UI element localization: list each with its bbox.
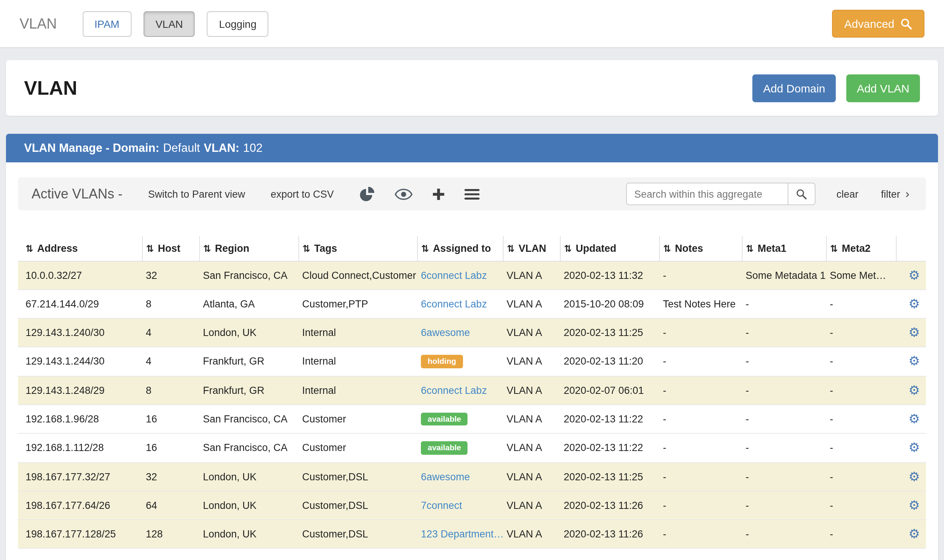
assigned-link[interactable]: 6connect Labz [421, 270, 487, 281]
meta2-cell: - [826, 290, 896, 318]
tab-ipam[interactable]: IPAM [82, 11, 131, 37]
assigned-cell: 6awesome [417, 318, 503, 347]
active-vlans-title: Active VLANs - [32, 186, 123, 202]
panel-body: Active VLANs - Switch to Parent view exp… [6, 162, 938, 560]
plus-icon[interactable] [432, 188, 445, 200]
table-row: 129.143.1.248/29 8 Frankfurt, GR Interna… [18, 376, 926, 405]
sort-icon: ⇅ [830, 243, 838, 254]
meta1-cell: - [742, 376, 826, 405]
assigned-link[interactable]: 6connect Labz [421, 298, 487, 310]
assigned-cell: 6connect Labz [417, 261, 503, 290]
assigned-link[interactable]: 123 Department… [421, 528, 503, 539]
filter-label: filter [881, 188, 900, 200]
host-cell: 4 [142, 318, 199, 347]
add-domain-button[interactable]: Add Domain [753, 74, 836, 102]
gear-icon[interactable]: ⚙ [909, 382, 920, 397]
gear-icon[interactable]: ⚙ [909, 411, 920, 426]
assigned-cell: available [417, 405, 503, 433]
advanced-search-button[interactable]: Advanced [832, 10, 924, 38]
meta2-cell: - [826, 519, 896, 548]
host-cell: 8 [142, 290, 199, 318]
meta1-cell: - [742, 290, 826, 318]
column-header-vlan[interactable]: ⇅VLAN [503, 236, 560, 261]
status-badge: holding [421, 355, 463, 368]
region-cell: London, UK [199, 462, 298, 491]
column-header-tags[interactable]: ⇅Tags [298, 236, 417, 261]
vlan-table: ⇅Address⇅Host⇅Region⇅Tags⇅Assigned to⇅VL… [18, 236, 926, 548]
table-row: 192.168.1.96/28 16 San Francisco, CA Cus… [18, 405, 926, 433]
filter-link[interactable]: filter › [881, 188, 909, 200]
assigned-link[interactable]: 6connect Labz [421, 385, 487, 396]
region-cell: Atlanta, GA [199, 290, 298, 318]
gear-icon[interactable]: ⚙ [909, 469, 920, 484]
search-input[interactable] [626, 183, 789, 205]
table-row: 192.168.1.112/28 16 San Francisco, CA Cu… [18, 433, 926, 462]
vlan-cell: VLAN A [503, 433, 560, 462]
assigned-link[interactable]: 6awesome [421, 327, 470, 338]
page-title: VLAN [24, 76, 77, 100]
tab-vlan[interactable]: VLAN [143, 11, 195, 37]
sort-icon: ⇅ [421, 243, 429, 254]
region-cell: Frankfurt, GR [199, 376, 298, 405]
column-label: Updated [576, 243, 616, 254]
assigned-cell: available [417, 433, 503, 462]
clear-link[interactable]: clear [836, 188, 859, 200]
advanced-search-label: Advanced [844, 17, 895, 30]
tab-logging[interactable]: Logging [207, 11, 269, 37]
column-header-meta2[interactable]: ⇅Meta2 [826, 236, 896, 261]
address-cell: 10.0.0.32/27 [18, 261, 142, 290]
eye-icon[interactable] [395, 188, 413, 200]
column-header-address[interactable]: ⇅Address [18, 236, 142, 261]
status-badge: available [421, 412, 468, 425]
gear-icon[interactable]: ⚙ [909, 354, 920, 369]
tags-cell: Internal [298, 376, 417, 405]
app-title: VLAN [20, 15, 57, 32]
region-cell: San Francisco, CA [199, 433, 298, 462]
vlan-cell: VLAN A [503, 347, 560, 376]
gear-icon[interactable]: ⚙ [909, 296, 920, 311]
column-label: Assigned to [433, 243, 491, 254]
column-label: Meta2 [842, 243, 871, 254]
gear-icon[interactable]: ⚙ [909, 526, 920, 541]
host-cell: 128 [142, 519, 199, 548]
host-cell: 8 [142, 376, 199, 405]
export-to-csv-link[interactable]: export to CSV [271, 188, 334, 200]
host-cell: 4 [142, 347, 199, 376]
address-cell: 129.143.1.244/30 [18, 347, 142, 376]
gear-icon[interactable]: ⚙ [909, 325, 920, 340]
add-vlan-button[interactable]: Add VLAN [846, 74, 920, 102]
meta1-cell: - [742, 491, 826, 519]
column-header-region[interactable]: ⇅Region [199, 236, 298, 261]
meta2-cell: - [826, 318, 896, 347]
updated-cell: 2020-02-13 11:22 [560, 433, 659, 462]
sort-icon: ⇅ [26, 243, 34, 254]
address-cell: 192.168.1.96/28 [18, 405, 142, 433]
assigned-link[interactable]: 6awesome [421, 471, 470, 482]
pie-chart-icon[interactable] [359, 186, 375, 202]
list-view-icon[interactable] [464, 188, 480, 200]
tags-cell: Internal [298, 347, 417, 376]
gear-icon[interactable]: ⚙ [909, 268, 920, 283]
switch-to-parent-view-link[interactable]: Switch to Parent view [148, 188, 245, 200]
meta2-cell: - [826, 347, 896, 376]
notes-cell: - [659, 376, 742, 405]
notes-cell: - [659, 491, 742, 519]
top-nav-bar: VLAN IPAM VLAN Logging Advanced [0, 0, 944, 48]
column-header-notes[interactable]: ⇅Notes [659, 236, 742, 261]
updated-cell: 2020-02-13 11:25 [560, 462, 659, 491]
column-header-updated[interactable]: ⇅Updated [560, 236, 659, 261]
column-header-assigned-to[interactable]: ⇅Assigned to [417, 236, 503, 261]
assigned-cell: 6connect Labz [417, 376, 503, 405]
gear-icon[interactable]: ⚙ [909, 440, 920, 455]
column-header-meta1[interactable]: ⇅Meta1 [742, 236, 826, 261]
table-row: 10.0.0.32/27 32 San Francisco, CA Cloud … [18, 261, 926, 290]
column-label: Tags [314, 243, 337, 254]
gear-icon[interactable]: ⚙ [909, 497, 920, 512]
sort-icon: ⇅ [146, 243, 154, 254]
region-cell: San Francisco, CA [199, 405, 298, 433]
host-cell: 16 [142, 405, 199, 433]
assigned-link[interactable]: 7connect [421, 500, 462, 511]
vlan-cell: VLAN A [503, 318, 560, 347]
column-header-host[interactable]: ⇅Host [142, 236, 199, 261]
search-button[interactable] [789, 183, 815, 205]
